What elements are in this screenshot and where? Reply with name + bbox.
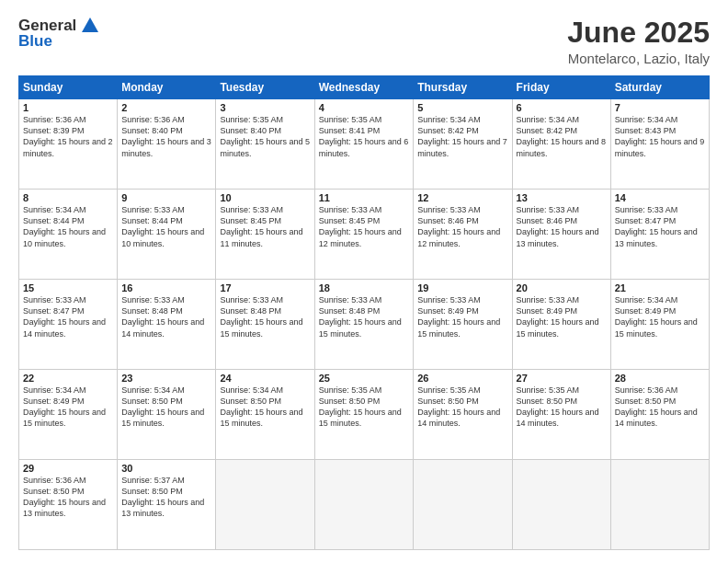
empty-cell-5 (610, 460, 709, 550)
logo-icon (82, 17, 98, 32)
day-20: 20 Sunrise: 5:33 AMSunset: 8:49 PMDaylig… (512, 280, 610, 370)
logo: General Blue (18, 17, 98, 51)
month-title: June 2025 (567, 17, 710, 49)
day-6: 6 Sunrise: 5:34 AMSunset: 8:42 PMDayligh… (512, 99, 610, 190)
day-22: 22 Sunrise: 5:34 AMSunset: 8:49 PMDaylig… (19, 370, 118, 460)
day-11: 11 Sunrise: 5:33 AMSunset: 8:45 PMDaylig… (314, 190, 414, 280)
day-9: 9 Sunrise: 5:33 AMSunset: 8:44 PMDayligh… (118, 190, 216, 280)
day-14: 14 Sunrise: 5:33 AMSunset: 8:47 PMDaylig… (610, 190, 709, 280)
week-row-2: 8 Sunrise: 5:34 AMSunset: 8:44 PMDayligh… (19, 190, 710, 280)
header-tuesday: Tuesday (216, 76, 314, 99)
day-4: 4 Sunrise: 5:35 AMSunset: 8:41 PMDayligh… (314, 99, 414, 190)
day-19: 19 Sunrise: 5:33 AMSunset: 8:49 PMDaylig… (414, 280, 512, 370)
calendar: Sunday Monday Tuesday Wednesday Thursday… (18, 75, 710, 550)
header: General Blue June 2025 Montelarco, Lazio… (18, 17, 710, 66)
day-2: 2 Sunrise: 5:36 AMSunset: 8:40 PMDayligh… (118, 99, 216, 190)
day-3: 3 Sunrise: 5:35 AMSunset: 8:40 PMDayligh… (216, 99, 314, 190)
day-30: 30 Sunrise: 5:37 AMSunset: 8:50 PMDaylig… (118, 460, 216, 550)
empty-cell-1 (216, 460, 314, 550)
logo-blue: Blue (18, 32, 52, 51)
location: Montelarco, Lazio, Italy (567, 51, 710, 66)
week-row-4: 22 Sunrise: 5:34 AMSunset: 8:49 PMDaylig… (19, 370, 710, 460)
week-row-3: 15 Sunrise: 5:33 AMSunset: 8:47 PMDaylig… (19, 280, 710, 370)
empty-cell-3 (414, 460, 512, 550)
day-26: 26 Sunrise: 5:35 AMSunset: 8:50 PMDaylig… (414, 370, 512, 460)
week-row-5: 29 Sunrise: 5:36 AMSunset: 8:50 PMDaylig… (19, 460, 710, 550)
header-saturday: Saturday (610, 76, 709, 99)
day-5: 5 Sunrise: 5:34 AMSunset: 8:42 PMDayligh… (414, 99, 512, 190)
day-21: 21 Sunrise: 5:34 AMSunset: 8:49 PMDaylig… (610, 280, 709, 370)
header-thursday: Thursday (414, 76, 512, 99)
header-monday: Monday (118, 76, 216, 99)
page: General Blue June 2025 Montelarco, Lazio… (0, 0, 728, 563)
day-29: 29 Sunrise: 5:36 AMSunset: 8:50 PMDaylig… (19, 460, 118, 550)
day-28: 28 Sunrise: 5:36 AMSunset: 8:50 PMDaylig… (610, 370, 709, 460)
day-7: 7 Sunrise: 5:34 AMSunset: 8:43 PMDayligh… (610, 99, 709, 190)
week-row-1: 1 Sunrise: 5:36 AMSunset: 8:39 PMDayligh… (19, 99, 710, 190)
empty-cell-2 (314, 460, 414, 550)
day-1: 1 Sunrise: 5:36 AMSunset: 8:39 PMDayligh… (19, 99, 118, 190)
day-8: 8 Sunrise: 5:34 AMSunset: 8:44 PMDayligh… (19, 190, 118, 280)
day-10: 10 Sunrise: 5:33 AMSunset: 8:45 PMDaylig… (216, 190, 314, 280)
header-friday: Friday (512, 76, 610, 99)
day-18: 18 Sunrise: 5:33 AMSunset: 8:48 PMDaylig… (314, 280, 414, 370)
header-wednesday: Wednesday (314, 76, 414, 99)
day-13: 13 Sunrise: 5:33 AMSunset: 8:46 PMDaylig… (512, 190, 610, 280)
day-15: 15 Sunrise: 5:33 AMSunset: 8:47 PMDaylig… (19, 280, 118, 370)
day-12: 12 Sunrise: 5:33 AMSunset: 8:46 PMDaylig… (414, 190, 512, 280)
day-24: 24 Sunrise: 5:34 AMSunset: 8:50 PMDaylig… (216, 370, 314, 460)
day-27: 27 Sunrise: 5:35 AMSunset: 8:50 PMDaylig… (512, 370, 610, 460)
empty-cell-4 (512, 460, 610, 550)
day-23: 23 Sunrise: 5:34 AMSunset: 8:50 PMDaylig… (118, 370, 216, 460)
weekday-header-row: Sunday Monday Tuesday Wednesday Thursday… (19, 76, 710, 99)
day-16: 16 Sunrise: 5:33 AMSunset: 8:48 PMDaylig… (118, 280, 216, 370)
title-section: June 2025 Montelarco, Lazio, Italy (567, 17, 710, 66)
day-17: 17 Sunrise: 5:33 AMSunset: 8:48 PMDaylig… (216, 280, 314, 370)
header-sunday: Sunday (19, 76, 118, 99)
day-25: 25 Sunrise: 5:35 AMSunset: 8:50 PMDaylig… (314, 370, 414, 460)
